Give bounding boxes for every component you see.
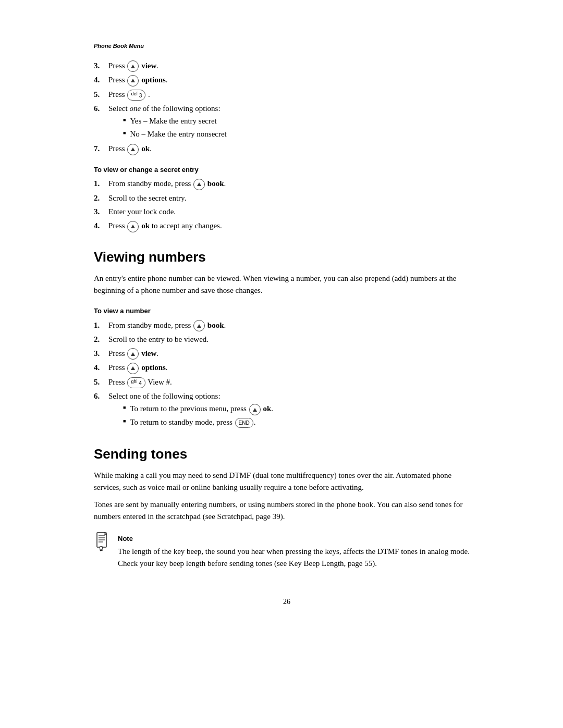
softkey-ok-3 [249,404,261,415]
triangle-icon [197,324,201,328]
note-content: Note The length of the key beep, the sou… [118,534,480,575]
view-step-2: 2. Scroll to the entry to be viewed. [94,334,480,346]
softkey-view-2 [127,348,139,360]
phone-book-steps: 3. Press view. 4. Press options. 5. Pres… [94,60,480,155]
softkey-options-1 [127,75,139,87]
softkey-book-1 [193,179,205,190]
view-step-1: 1. From standby mode, press book. [94,319,480,332]
softkey-ok-2 [127,221,139,232]
triangle-icon [197,182,201,186]
view-number-options: To return to the previous menu, press ok… [123,403,273,428]
note-icon [94,532,111,558]
subsection-title-secret: To view or change a secret entry [94,165,480,175]
triangle-icon [131,147,135,151]
note-text: The length of the key beep, the sound yo… [118,546,480,570]
step-6: 6. Select one of the following options: … [94,103,480,141]
section-sending-tones: Sending tones While making a call you ma… [94,444,480,575]
view-step-4: 4. Press options. [94,362,480,374]
bullet-no: No – Make the entry nonsecret [123,128,227,140]
note-title: Note [118,534,480,544]
step-3: 3. Press view. [94,60,480,72]
softkey-book-2 [193,320,205,331]
step-7: 7. Press ok. [94,143,480,155]
step-4: 4. Press options. [94,74,480,87]
triangle-icon [253,408,257,412]
triangle-icon [131,79,135,82]
note-svg-icon [94,532,111,551]
key-end: END [235,418,253,428]
secret-step-2: 2. Scroll to the secret entry. [94,192,480,204]
section-header-label: Phone Book Menu [94,42,480,51]
subsection-title-view-number: To view a number [94,306,480,316]
bullet-yes: Yes – Make the entry secret [123,115,227,127]
key-ghi4: ghi 4 [127,377,145,388]
secret-step-4: 4. Press ok to accept any changes. [94,220,480,232]
step-5: 5. Press def 3 . [94,89,480,101]
sending-tones-title: Sending tones [94,444,480,464]
view-option-standby: To return to standby mode, press END. [123,416,273,428]
secret-entry-steps: 1. From standby mode, press book. 2. Scr… [94,178,480,232]
sending-tones-para2: Tones are sent by manually entering numb… [94,499,480,523]
triangle-icon [131,352,135,356]
triangle-icon [131,65,135,68]
secret-step-1: 1. From standby mode, press book. [94,178,480,190]
key-def3: def 3 [127,90,145,101]
view-number-steps: 1. From standby mode, press book. 2. Scr… [94,319,480,429]
softkey-ok-1 [127,144,139,155]
view-step-3: 3. Press view. [94,348,480,360]
viewing-numbers-title: Viewing numbers [94,247,480,267]
page-number: 26 [94,596,480,607]
subsection-view-number: To view a number 1. From standby mode, p… [94,306,480,429]
triangle-icon [131,366,135,370]
triangle-icon [131,225,135,228]
subsection-view-secret: To view or change a secret entry 1. From… [94,165,480,232]
secret-step-3: 3. Enter your lock code. [94,206,480,218]
softkey-view [127,60,139,72]
viewing-numbers-intro: An entry's entire phone number can be vi… [94,273,480,297]
view-step-6: 6. Select one of the following options: … [94,390,480,429]
sending-tones-para1: While making a call you may need to send… [94,470,480,494]
view-option-previous: To return to the previous menu, press ok… [123,403,273,415]
view-step-5: 5. Press ghi 4 View #. [94,376,480,388]
softkey-options-2 [127,363,139,374]
secret-options-list: Yes – Make the entry secret No – Make th… [123,115,227,140]
note-box: Note The length of the key beep, the sou… [94,534,480,575]
section-viewing-numbers: Viewing numbers An entry's entire phone … [94,247,480,429]
